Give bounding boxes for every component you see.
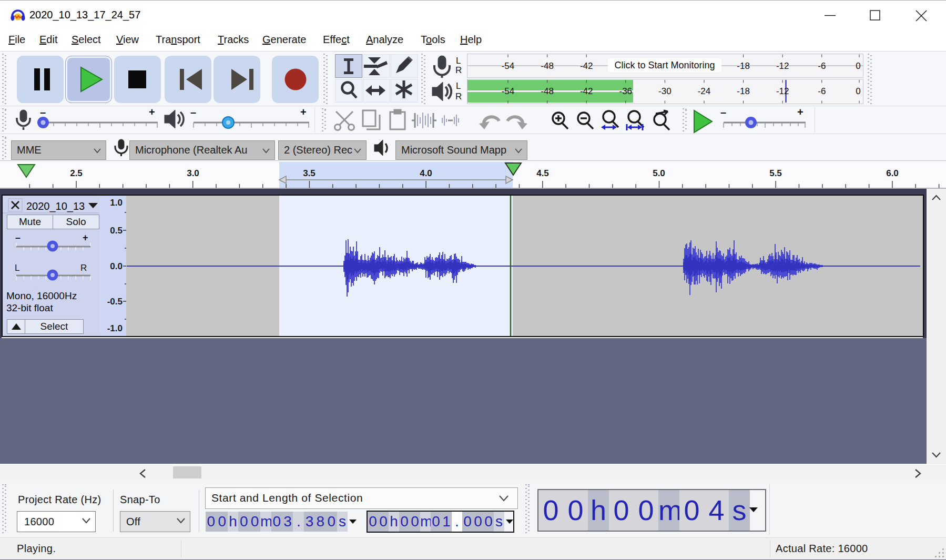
svg-text:-48: -48 [541, 61, 554, 71]
svg-text:-6: -6 [818, 61, 826, 71]
svg-text:2020_10_13: 2020_10_13 [26, 200, 85, 212]
svg-text:-18: -18 [737, 86, 750, 96]
svg-text:–: – [720, 106, 726, 118]
svg-text:-0.5: -0.5 [107, 297, 123, 307]
svg-text:-12: -12 [776, 86, 789, 96]
svg-text:L: L [15, 263, 19, 273]
svg-text:-18: -18 [737, 61, 750, 71]
svg-text:32-bit float: 32-bit float [6, 302, 53, 313]
svg-text:Mono, 16000Hz: Mono, 16000Hz [6, 290, 77, 301]
svg-text:-12: -12 [776, 61, 789, 71]
svg-text:0.0: 0.0 [110, 261, 123, 271]
svg-text:1.0: 1.0 [110, 198, 123, 208]
svg-text:–: – [190, 106, 196, 118]
svg-text:–: – [15, 232, 21, 243]
svg-text:0.5: 0.5 [110, 226, 123, 236]
svg-text:0: 0 [856, 86, 860, 96]
svg-text:-24: -24 [698, 86, 711, 96]
svg-text:+: + [797, 106, 803, 118]
svg-text:-36: -36 [619, 86, 633, 96]
svg-text:-54: -54 [502, 86, 515, 96]
svg-text:+: + [300, 106, 307, 118]
svg-text:-54: -54 [502, 61, 515, 71]
svg-text:+: + [83, 232, 88, 243]
svg-text:-1.0: -1.0 [107, 323, 123, 333]
svg-text:-42: -42 [580, 86, 593, 96]
svg-text:-48: -48 [541, 86, 554, 96]
svg-text:-30: -30 [658, 86, 672, 96]
svg-text:-6: -6 [818, 86, 826, 96]
svg-text:Click to Start Monitoring: Click to Start Monitoring [614, 60, 715, 70]
svg-text:–: – [40, 106, 46, 118]
svg-text:+: + [149, 106, 155, 118]
svg-text:0: 0 [856, 61, 860, 71]
svg-text:R: R [80, 263, 87, 273]
svg-text:-42: -42 [580, 61, 593, 71]
